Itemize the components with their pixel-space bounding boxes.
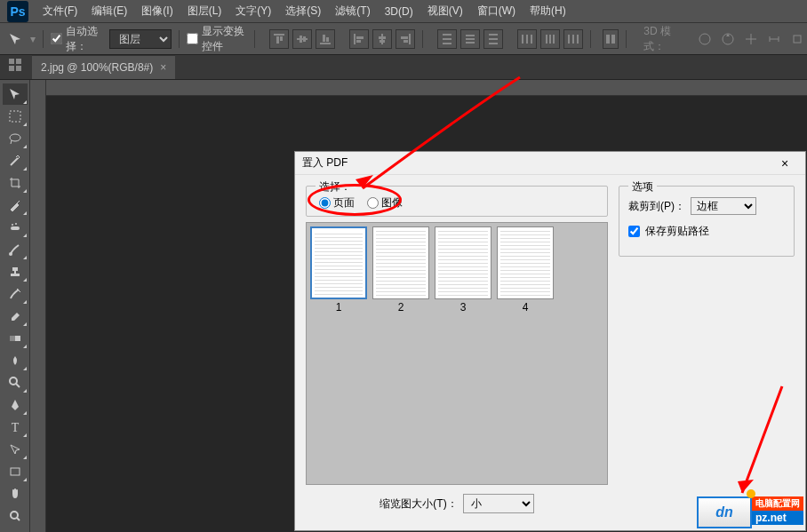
- auto-select-checkbox[interactable]: 自动选择：: [51, 24, 103, 54]
- 3d-pan-icon[interactable]: [741, 29, 761, 49]
- path-tool[interactable]: [3, 439, 28, 460]
- svg-rect-4: [300, 36, 302, 43]
- healing-tool[interactable]: [3, 217, 28, 238]
- distribute-left-icon[interactable]: [517, 29, 537, 49]
- move-tool-icon[interactable]: [7, 30, 23, 48]
- preserve-clip-input[interactable]: [628, 226, 640, 237]
- svg-rect-21: [466, 35, 475, 36]
- lasso-tool[interactable]: [3, 128, 28, 149]
- crop-tool[interactable]: [3, 172, 28, 194]
- svg-rect-53: [11, 274, 20, 276]
- svg-point-38: [699, 34, 710, 44]
- menu-help[interactable]: 帮助(H): [523, 0, 573, 22]
- svg-rect-2: [280, 36, 283, 41]
- distribute-vcenter-icon[interactable]: [460, 29, 480, 49]
- page-thumb-4[interactable]: 4: [497, 226, 554, 314]
- history-brush-tool[interactable]: [3, 283, 28, 305]
- preserve-clip-checkbox[interactable]: 保存剪贴路径: [628, 224, 785, 239]
- menu-window[interactable]: 窗口(W): [470, 0, 523, 22]
- page-thumbnail-list[interactable]: 1 2 3 4: [306, 222, 608, 485]
- 3d-roll-icon[interactable]: [718, 29, 738, 49]
- svg-rect-15: [409, 34, 411, 44]
- align-hcenter-icon[interactable]: [372, 29, 392, 49]
- auto-select-target[interactable]: 图层: [109, 29, 172, 49]
- dialog-titlebar[interactable]: 置入 PDF ×: [295, 152, 805, 175]
- gradient-tool[interactable]: [3, 328, 28, 349]
- dialog-close-button[interactable]: ×: [771, 155, 798, 172]
- svg-point-48: [12, 224, 13, 226]
- thumbnail-size-row: 缩览图大小(T)： 小: [306, 494, 608, 513]
- page-thumb-3[interactable]: 3: [435, 226, 491, 314]
- thumbnail-size-select[interactable]: 小: [463, 494, 534, 513]
- distribute-right-icon[interactable]: [563, 29, 583, 49]
- brush-tool[interactable]: [3, 239, 28, 260]
- dodge-tool[interactable]: [3, 372, 28, 393]
- 3d-orbit-icon[interactable]: [695, 29, 715, 49]
- svg-rect-35: [577, 35, 579, 44]
- blur-tool[interactable]: [3, 350, 28, 371]
- show-transform-input[interactable]: [187, 33, 198, 44]
- auto-align-icon[interactable]: [603, 29, 618, 49]
- svg-point-56: [10, 377, 17, 385]
- menu-select[interactable]: 选择(S): [278, 0, 328, 22]
- menu-edit[interactable]: 编辑(E): [84, 0, 134, 22]
- svg-rect-44: [16, 66, 21, 71]
- rectangle-tool[interactable]: [3, 461, 28, 482]
- ruler-vertical: [30, 80, 46, 532]
- align-left-icon[interactable]: [349, 29, 369, 49]
- 3d-slide-icon[interactable]: [764, 29, 784, 49]
- hand-tool[interactable]: [3, 483, 28, 504]
- eyedropper-tool[interactable]: [3, 195, 28, 216]
- move-tool[interactable]: [3, 83, 28, 105]
- document-tab-title: 2.jpg @ 100%(RGB/8#): [41, 61, 153, 74]
- distribute-bottom-icon[interactable]: [483, 29, 503, 49]
- page-thumb-3-img[interactable]: [435, 226, 491, 299]
- crop-to-select[interactable]: 边框: [691, 197, 756, 215]
- radio-page-input[interactable]: [319, 197, 331, 209]
- menu-layer[interactable]: 图层(L): [180, 0, 229, 22]
- menu-view[interactable]: 视图(V): [420, 0, 470, 22]
- radio-image-input[interactable]: [367, 197, 379, 209]
- align-right-icon[interactable]: [396, 29, 415, 49]
- menu-filter[interactable]: 滤镜(T): [328, 0, 377, 22]
- document-tab-close[interactable]: ×: [160, 61, 166, 74]
- page-thumb-1-label: 1: [310, 301, 367, 314]
- wand-tool[interactable]: [3, 150, 28, 171]
- stamp-tool[interactable]: [3, 261, 28, 282]
- svg-rect-32: [553, 35, 555, 44]
- align-bottom-icon[interactable]: [316, 29, 335, 49]
- radio-page[interactable]: 页面: [319, 195, 355, 210]
- eraser-tool[interactable]: [3, 306, 28, 327]
- svg-rect-26: [489, 43, 498, 44]
- page-thumb-1-img[interactable]: [310, 226, 367, 299]
- svg-rect-6: [320, 43, 331, 44]
- menu-type[interactable]: 文字(Y): [228, 0, 278, 22]
- marquee-tool[interactable]: [3, 106, 28, 127]
- distribute-top-icon[interactable]: [437, 29, 457, 49]
- 3d-scale-icon[interactable]: [787, 29, 807, 49]
- zoom-tool[interactable]: [3, 505, 28, 527]
- watermark: dn 电脑配置网 pz.net: [697, 496, 803, 528]
- distribute-hcenter-icon[interactable]: [540, 29, 560, 49]
- menu-image[interactable]: 图像(I): [134, 0, 180, 22]
- menu-3d[interactable]: 3D(D): [378, 2, 420, 21]
- radio-image-label: 图像: [381, 195, 403, 210]
- auto-select-input[interactable]: [51, 33, 62, 44]
- type-tool[interactable]: T: [3, 417, 28, 438]
- place-pdf-dialog: 置入 PDF × 选择： 页面 图像: [294, 151, 806, 531]
- align-group-2: [349, 29, 415, 49]
- radio-image[interactable]: 图像: [367, 195, 403, 210]
- tab-home-icon[interactable]: [7, 57, 27, 76]
- align-vcenter-icon[interactable]: [292, 29, 312, 49]
- menu-file[interactable]: 文件(F): [36, 0, 84, 22]
- align-top-icon[interactable]: [269, 29, 289, 49]
- svg-rect-17: [404, 40, 408, 43]
- pen-tool[interactable]: [3, 394, 28, 416]
- show-transform-checkbox[interactable]: 显示变换控件: [187, 24, 247, 54]
- page-thumb-2[interactable]: 2: [372, 226, 429, 314]
- page-thumb-4-img[interactable]: [497, 226, 554, 299]
- document-tab[interactable]: 2.jpg @ 100%(RGB/8#) ×: [32, 55, 175, 79]
- svg-rect-58: [11, 468, 20, 475]
- page-thumb-2-img[interactable]: [372, 226, 429, 299]
- page-thumb-1[interactable]: 1: [310, 226, 367, 314]
